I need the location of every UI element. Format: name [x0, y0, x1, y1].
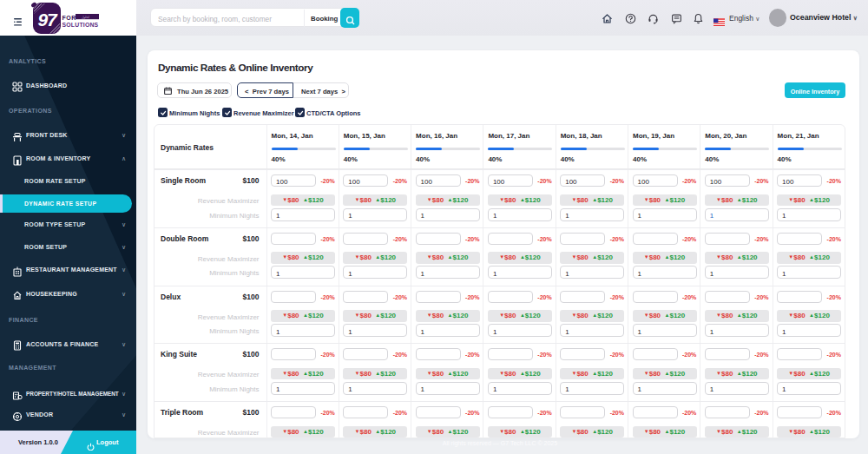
svg-text:لحلول: لحلول: [82, 16, 89, 19]
svg-text:FOR: FOR: [62, 15, 76, 21]
svg-text:SOLUTIONS: SOLUTIONS: [62, 22, 99, 28]
svg-text:97: 97: [38, 10, 58, 30]
